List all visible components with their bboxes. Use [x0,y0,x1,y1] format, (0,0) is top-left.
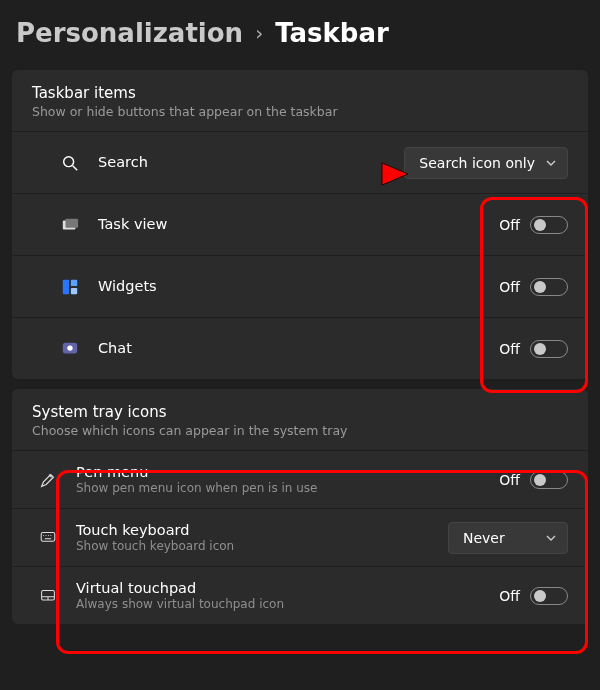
chevron-down-icon [545,157,557,169]
section-title: Taskbar items [32,84,568,102]
section-title: System tray icons [32,403,568,421]
row-touch-keyboard: Touch keyboard Show touch keyboard icon … [12,508,588,566]
system-tray-card: System tray icons Choose which icons can… [12,389,588,624]
toggle-state: Off [499,279,520,295]
taskbar-items-header: Taskbar items Show or hide buttons that … [12,70,588,131]
toggle-switch [530,587,568,605]
row-label: Chat [98,339,499,357]
toggle-state: Off [499,588,520,604]
row-sublabel: Always show virtual touchpad icon [76,597,499,612]
row-label: Task view [98,215,499,233]
row-virtual-touchpad: Virtual touchpad Always show virtual tou… [12,566,588,624]
row-widgets: Widgets Off [12,255,588,317]
svg-rect-6 [71,287,77,293]
system-tray-header: System tray icons Choose which icons can… [12,389,588,450]
dropdown-value: Never [463,530,505,546]
toggle-state: Off [499,217,520,233]
taskview-icon [60,215,80,235]
toggle-switch [530,471,568,489]
row-sublabel: Show pen menu icon when pen is in use [76,481,499,496]
svg-point-8 [67,345,72,350]
widgets-icon [60,277,80,297]
dropdown-value: Search icon only [419,155,535,171]
svg-rect-3 [66,218,79,227]
search-icon [60,153,80,173]
toggle-switch [530,216,568,234]
touchpad-icon [38,586,58,606]
svg-point-0 [64,156,74,166]
pen-icon [38,470,58,490]
row-label: Virtual touchpad [76,579,499,597]
row-pen-menu: Pen menu Show pen menu icon when pen is … [12,450,588,508]
svg-rect-4 [63,279,69,293]
toggle-state: Off [499,341,520,357]
section-subtitle: Show or hide buttons that appear on the … [32,104,568,119]
touchpad-toggle[interactable]: Off [499,587,568,605]
svg-line-1 [73,165,78,170]
row-label: Touch keyboard [76,521,448,539]
svg-rect-9 [41,532,55,541]
chevron-down-icon [545,532,557,544]
row-label: Pen menu [76,463,499,481]
row-label: Widgets [98,277,499,295]
touch-keyboard-dropdown[interactable]: Never [448,522,568,554]
row-taskview: Task view Off [12,193,588,255]
search-mode-dropdown[interactable]: Search icon only [404,147,568,179]
breadcrumb-parent[interactable]: Personalization [16,18,243,48]
row-label: Search [98,153,404,171]
section-subtitle: Choose which icons can appear in the sys… [32,423,568,438]
chevron-right-icon: › [255,21,263,45]
row-chat: Chat Off [12,317,588,379]
keyboard-icon [38,528,58,548]
breadcrumb-current: Taskbar [275,18,389,48]
chat-toggle[interactable]: Off [499,340,568,358]
svg-rect-5 [71,279,77,285]
toggle-state: Off [499,472,520,488]
chat-icon [60,339,80,359]
taskview-toggle[interactable]: Off [499,216,568,234]
toggle-switch [530,340,568,358]
row-search: Search Search icon only [12,131,588,193]
toggle-switch [530,278,568,296]
row-sublabel: Show touch keyboard icon [76,539,448,554]
pen-toggle[interactable]: Off [499,471,568,489]
widgets-toggle[interactable]: Off [499,278,568,296]
taskbar-items-card: Taskbar items Show or hide buttons that … [12,70,588,379]
breadcrumb: Personalization › Taskbar [0,0,600,60]
